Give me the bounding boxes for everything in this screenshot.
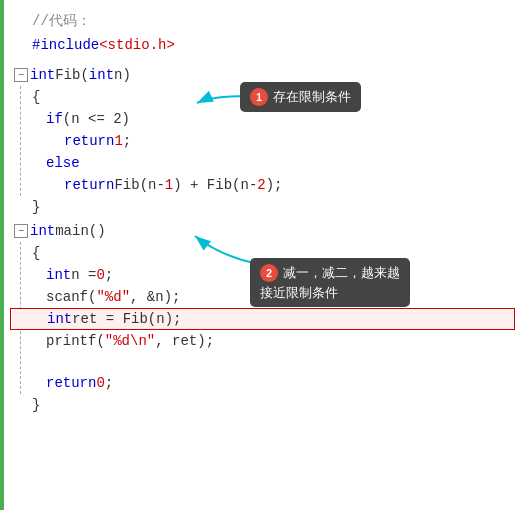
fib-return1-line: return 1 ; <box>10 130 515 152</box>
comment-text: //代码： <box>32 12 91 30</box>
main-blank-line <box>10 352 515 372</box>
main-close-brace: } <box>10 394 515 416</box>
fib-fold-icon[interactable]: − <box>14 68 28 82</box>
main-fold-icon[interactable]: − <box>14 224 28 238</box>
main-int-ret-line: int ret = Fib(n); <box>10 308 515 330</box>
badge-2: 2 <box>260 264 278 282</box>
tooltip-2: 2减一，减二，越来越接近限制条件 <box>250 258 410 307</box>
main-container: //代码： #include <stdio.h> − int Fib( int … <box>0 0 525 510</box>
include-line: #include <stdio.h> <box>10 34 515 56</box>
main-return-line: return 0 ; <box>10 372 515 394</box>
tooltip-1-text: 存在限制条件 <box>273 89 351 104</box>
tooltip-1: 1存在限制条件 <box>240 82 361 112</box>
fib-close-brace: } <box>10 196 515 218</box>
include-header: <stdio.h> <box>99 37 175 53</box>
code-area: //代码： #include <stdio.h> − int Fib( int … <box>0 10 525 416</box>
include-hash: #include <box>32 37 99 53</box>
comment-line: //代码： <box>10 10 515 32</box>
main-printf-line: printf( "%d\n" , ret); <box>10 330 515 352</box>
fib-return-fib-line: return Fib(n - 1 ) + Fib(n - 2 ); <box>10 174 515 196</box>
tooltip-2-text: 减一，减二，越来越接近限制条件 <box>260 265 400 300</box>
fib-else-line: else <box>10 152 515 174</box>
badge-1: 1 <box>250 88 268 106</box>
